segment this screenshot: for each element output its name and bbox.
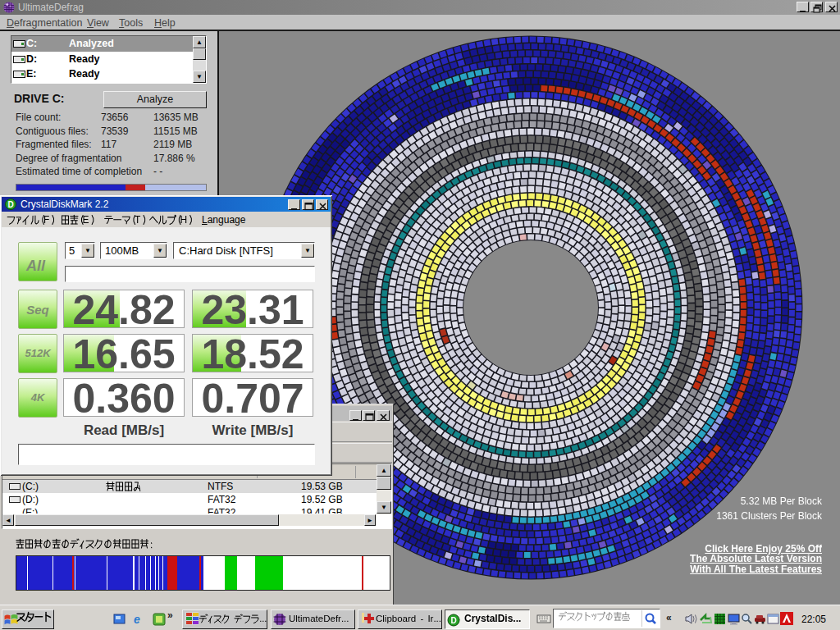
svg-text:e: e (134, 613, 140, 626)
svg-text:D: D (7, 200, 13, 209)
